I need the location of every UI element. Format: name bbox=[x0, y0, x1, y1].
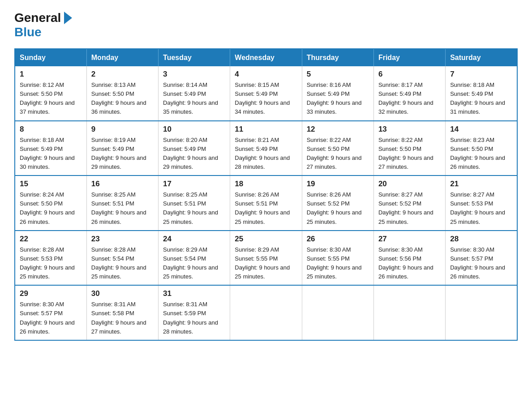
day-info: Sunrise: 8:30 AM Sunset: 5:57 PM Dayligh… bbox=[450, 245, 512, 282]
day-info: Sunrise: 8:23 AM Sunset: 5:50 PM Dayligh… bbox=[450, 136, 512, 172]
empty-cell bbox=[446, 285, 517, 340]
day-info: Sunrise: 8:12 AM Sunset: 5:50 PM Dayligh… bbox=[20, 81, 82, 117]
day-cell-22: 22Sunrise: 8:28 AM Sunset: 5:53 PM Dayli… bbox=[15, 231, 86, 286]
page-header: General Blue bbox=[14, 11, 518, 39]
logo-arrow-icon bbox=[64, 12, 72, 24]
day-number: 11 bbox=[235, 125, 297, 134]
day-cell-29: 29Sunrise: 8:30 AM Sunset: 5:57 PM Dayli… bbox=[15, 285, 86, 340]
day-cell-16: 16Sunrise: 8:25 AM Sunset: 5:51 PM Dayli… bbox=[86, 176, 158, 231]
logo-general-text: General bbox=[14, 11, 61, 25]
day-info: Sunrise: 8:22 AM Sunset: 5:50 PM Dayligh… bbox=[378, 136, 441, 172]
week-row-3: 15Sunrise: 8:24 AM Sunset: 5:50 PM Dayli… bbox=[15, 176, 517, 231]
day-cell-19: 19Sunrise: 8:26 AM Sunset: 5:52 PM Dayli… bbox=[302, 176, 373, 231]
day-number: 14 bbox=[450, 125, 512, 134]
day-number: 17 bbox=[163, 180, 225, 188]
day-number: 26 bbox=[307, 235, 369, 244]
day-cell-8: 8Sunrise: 8:18 AM Sunset: 5:49 PM Daylig… bbox=[15, 121, 86, 176]
day-info: Sunrise: 8:28 AM Sunset: 5:54 PM Dayligh… bbox=[91, 245, 154, 282]
logo: General Blue bbox=[14, 11, 75, 39]
day-info: Sunrise: 8:17 AM Sunset: 5:49 PM Dayligh… bbox=[378, 81, 441, 117]
day-info: Sunrise: 8:27 AM Sunset: 5:53 PM Dayligh… bbox=[450, 190, 512, 227]
day-cell-21: 21Sunrise: 8:27 AM Sunset: 5:53 PM Dayli… bbox=[446, 176, 517, 231]
day-info: Sunrise: 8:26 AM Sunset: 5:52 PM Dayligh… bbox=[307, 190, 369, 227]
day-cell-7: 7Sunrise: 8:18 AM Sunset: 5:49 PM Daylig… bbox=[446, 66, 517, 121]
day-header-friday: Friday bbox=[373, 49, 445, 66]
day-header-monday: Monday bbox=[86, 49, 158, 66]
day-info: Sunrise: 8:30 AM Sunset: 5:56 PM Dayligh… bbox=[378, 245, 441, 282]
day-header-wednesday: Wednesday bbox=[230, 49, 302, 66]
day-number: 12 bbox=[307, 125, 369, 134]
week-row-5: 29Sunrise: 8:30 AM Sunset: 5:57 PM Dayli… bbox=[15, 285, 517, 340]
day-cell-25: 25Sunrise: 8:29 AM Sunset: 5:55 PM Dayli… bbox=[230, 231, 302, 286]
day-info: Sunrise: 8:18 AM Sunset: 5:49 PM Dayligh… bbox=[450, 81, 512, 117]
day-info: Sunrise: 8:26 AM Sunset: 5:51 PM Dayligh… bbox=[235, 190, 297, 227]
day-cell-18: 18Sunrise: 8:26 AM Sunset: 5:51 PM Dayli… bbox=[230, 176, 302, 231]
day-info: Sunrise: 8:30 AM Sunset: 5:55 PM Dayligh… bbox=[307, 245, 369, 282]
day-cell-26: 26Sunrise: 8:30 AM Sunset: 5:55 PM Dayli… bbox=[302, 231, 373, 286]
day-number: 4 bbox=[235, 70, 297, 79]
day-info: Sunrise: 8:29 AM Sunset: 5:55 PM Dayligh… bbox=[235, 245, 297, 282]
empty-cell bbox=[302, 285, 373, 340]
calendar-table: SundayMondayTuesdayWednesdayThursdayFrid… bbox=[14, 48, 518, 341]
week-row-2: 8Sunrise: 8:18 AM Sunset: 5:49 PM Daylig… bbox=[15, 121, 517, 176]
day-info: Sunrise: 8:30 AM Sunset: 5:57 PM Dayligh… bbox=[20, 300, 82, 336]
day-info: Sunrise: 8:20 AM Sunset: 5:49 PM Dayligh… bbox=[163, 136, 225, 172]
day-cell-12: 12Sunrise: 8:22 AM Sunset: 5:50 PM Dayli… bbox=[302, 121, 373, 176]
day-number: 13 bbox=[378, 125, 441, 134]
day-header-tuesday: Tuesday bbox=[159, 49, 230, 66]
day-cell-17: 17Sunrise: 8:25 AM Sunset: 5:51 PM Dayli… bbox=[159, 176, 230, 231]
day-info: Sunrise: 8:13 AM Sunset: 5:50 PM Dayligh… bbox=[91, 81, 154, 117]
empty-cell bbox=[373, 285, 445, 340]
day-info: Sunrise: 8:15 AM Sunset: 5:49 PM Dayligh… bbox=[235, 81, 297, 117]
empty-cell bbox=[230, 285, 302, 340]
day-info: Sunrise: 8:29 AM Sunset: 5:54 PM Dayligh… bbox=[163, 245, 225, 282]
day-cell-28: 28Sunrise: 8:30 AM Sunset: 5:57 PM Dayli… bbox=[446, 231, 517, 286]
day-cell-4: 4Sunrise: 8:15 AM Sunset: 5:49 PM Daylig… bbox=[230, 66, 302, 121]
day-info: Sunrise: 8:21 AM Sunset: 5:49 PM Dayligh… bbox=[235, 136, 297, 172]
day-info: Sunrise: 8:22 AM Sunset: 5:50 PM Dayligh… bbox=[307, 136, 369, 172]
day-header-thursday: Thursday bbox=[302, 49, 373, 66]
day-info: Sunrise: 8:27 AM Sunset: 5:52 PM Dayligh… bbox=[378, 190, 441, 227]
day-cell-6: 6Sunrise: 8:17 AM Sunset: 5:49 PM Daylig… bbox=[373, 66, 445, 121]
day-info: Sunrise: 8:14 AM Sunset: 5:49 PM Dayligh… bbox=[163, 81, 225, 117]
day-cell-2: 2Sunrise: 8:13 AM Sunset: 5:50 PM Daylig… bbox=[86, 66, 158, 121]
day-cell-5: 5Sunrise: 8:16 AM Sunset: 5:49 PM Daylig… bbox=[302, 66, 373, 121]
day-cell-14: 14Sunrise: 8:23 AM Sunset: 5:50 PM Dayli… bbox=[446, 121, 517, 176]
day-cell-30: 30Sunrise: 8:31 AM Sunset: 5:58 PM Dayli… bbox=[86, 285, 158, 340]
day-number: 6 bbox=[378, 70, 441, 79]
day-cell-11: 11Sunrise: 8:21 AM Sunset: 5:49 PM Dayli… bbox=[230, 121, 302, 176]
day-number: 30 bbox=[91, 289, 154, 298]
day-cell-24: 24Sunrise: 8:29 AM Sunset: 5:54 PM Dayli… bbox=[159, 231, 230, 286]
day-cell-23: 23Sunrise: 8:28 AM Sunset: 5:54 PM Dayli… bbox=[86, 231, 158, 286]
day-info: Sunrise: 8:25 AM Sunset: 5:51 PM Dayligh… bbox=[91, 190, 154, 227]
day-cell-9: 9Sunrise: 8:19 AM Sunset: 5:49 PM Daylig… bbox=[86, 121, 158, 176]
day-number: 16 bbox=[91, 180, 154, 188]
day-cell-20: 20Sunrise: 8:27 AM Sunset: 5:52 PM Dayli… bbox=[373, 176, 445, 231]
week-row-4: 22Sunrise: 8:28 AM Sunset: 5:53 PM Dayli… bbox=[15, 231, 517, 286]
day-cell-15: 15Sunrise: 8:24 AM Sunset: 5:50 PM Dayli… bbox=[15, 176, 86, 231]
day-number: 21 bbox=[450, 180, 512, 188]
day-info: Sunrise: 8:16 AM Sunset: 5:49 PM Dayligh… bbox=[307, 81, 369, 117]
day-number: 20 bbox=[378, 180, 441, 188]
day-number: 28 bbox=[450, 235, 512, 244]
day-number: 25 bbox=[235, 235, 297, 244]
day-info: Sunrise: 8:31 AM Sunset: 5:59 PM Dayligh… bbox=[163, 300, 225, 336]
day-number: 29 bbox=[20, 289, 82, 298]
day-cell-3: 3Sunrise: 8:14 AM Sunset: 5:49 PM Daylig… bbox=[159, 66, 230, 121]
day-header-saturday: Saturday bbox=[446, 49, 517, 66]
day-number: 31 bbox=[163, 289, 225, 298]
day-cell-13: 13Sunrise: 8:22 AM Sunset: 5:50 PM Dayli… bbox=[373, 121, 445, 176]
day-number: 5 bbox=[307, 70, 369, 79]
logo-blue-text: Blue bbox=[14, 25, 42, 39]
day-info: Sunrise: 8:19 AM Sunset: 5:49 PM Dayligh… bbox=[91, 136, 154, 172]
day-number: 27 bbox=[378, 235, 441, 244]
day-info: Sunrise: 8:18 AM Sunset: 5:49 PM Dayligh… bbox=[20, 136, 82, 172]
day-number: 24 bbox=[163, 235, 225, 244]
day-number: 23 bbox=[91, 235, 154, 244]
day-number: 19 bbox=[307, 180, 369, 188]
day-info: Sunrise: 8:24 AM Sunset: 5:50 PM Dayligh… bbox=[20, 190, 82, 227]
day-number: 10 bbox=[163, 125, 225, 134]
day-number: 15 bbox=[20, 180, 82, 188]
day-cell-1: 1Sunrise: 8:12 AM Sunset: 5:50 PM Daylig… bbox=[15, 66, 86, 121]
day-info: Sunrise: 8:28 AM Sunset: 5:53 PM Dayligh… bbox=[20, 245, 82, 282]
